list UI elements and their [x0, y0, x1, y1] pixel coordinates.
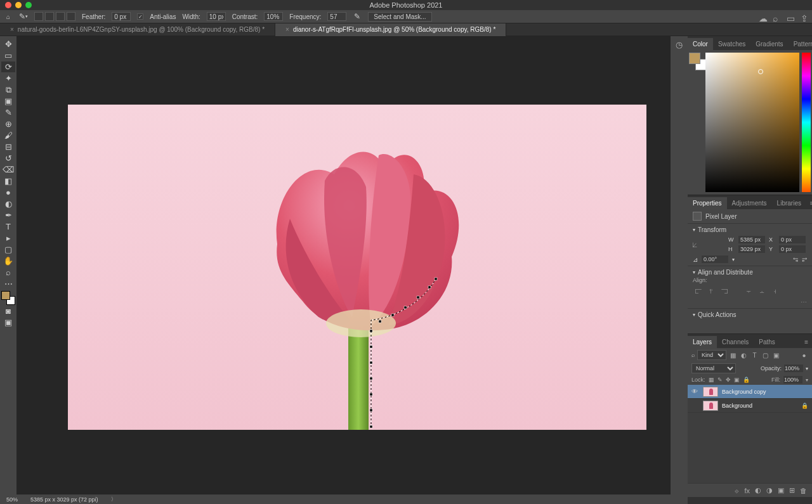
layer-fx-icon[interactable]: fx	[744, 487, 750, 494]
lock-paint-icon[interactable]: ✎	[717, 377, 723, 383]
stamp-tool-icon[interactable]: ⊟	[1, 141, 15, 152]
edit-toolbar-icon[interactable]: ⋯	[1, 278, 15, 289]
color-swatch[interactable]	[1, 291, 15, 305]
document-tab[interactable]: × natural-goods-berlin-L6NP4ZGnpSY-unspl…	[0, 23, 275, 36]
zoom-tool-icon[interactable]: ⌕	[1, 267, 15, 278]
align-right-icon[interactable]: ⫎	[719, 286, 730, 296]
document-tab[interactable]: × dianor-s-ATgfRqpFfFI-unsplash.jpg @ 50…	[275, 23, 506, 36]
lasso-tool-icon[interactable]: ⟳	[1, 61, 15, 72]
pen-pressure-icon[interactable]: ✎	[353, 12, 362, 21]
tab-color[interactable]: Color	[688, 38, 713, 50]
hand-tool-icon[interactable]: ✋	[1, 255, 15, 266]
marquee-tool-icon[interactable]: ▭	[1, 50, 15, 61]
move-tool-icon[interactable]: ✥	[1, 39, 15, 49]
tab-channels[interactable]: Channels	[717, 336, 754, 348]
blend-mode-select[interactable]: Normal	[691, 363, 736, 373]
current-tool-icon[interactable]: ✎▾	[19, 12, 28, 21]
new-layer-icon[interactable]: ⊞	[789, 486, 795, 494]
history-panel-icon[interactable]: ◷	[676, 40, 683, 497]
tab-layers[interactable]: Layers	[688, 336, 717, 348]
gradient-tool-icon[interactable]: ◧	[1, 176, 15, 186]
height-field[interactable]	[738, 245, 765, 253]
tab-libraries[interactable]: Libraries	[772, 197, 806, 209]
tab-patterns[interactable]: Patterns	[789, 38, 812, 50]
flip-h-icon[interactable]: ⥃	[793, 256, 798, 263]
filter-toggle-icon[interactable]: ●	[800, 351, 808, 359]
canvas[interactable]	[16, 36, 670, 497]
visibility-icon[interactable]: 👁	[691, 388, 699, 395]
opacity-input[interactable]	[784, 365, 803, 372]
workspace-icon[interactable]: ▭	[787, 13, 796, 22]
select-and-mask-button[interactable]: Select and Mask...	[368, 12, 431, 22]
path-select-icon[interactable]: ▸	[1, 233, 15, 243]
filter-adjust-icon[interactable]: ◐	[740, 351, 748, 359]
color-picker[interactable]	[688, 50, 812, 195]
intersect-selection-icon[interactable]	[67, 12, 75, 21]
crop-tool-icon[interactable]: ⧉	[1, 84, 15, 95]
quick-actions-title[interactable]: ▾Quick Actions	[693, 311, 807, 318]
panel-menu-icon[interactable]: ≡	[801, 336, 812, 348]
brush-tool-icon[interactable]: 🖌	[1, 130, 15, 141]
color-swatch-pair[interactable]	[688, 50, 705, 195]
more-align-icon[interactable]: ⋯	[693, 299, 807, 306]
color-marker[interactable]	[758, 69, 763, 74]
filter-shape-icon[interactable]: ▢	[761, 351, 769, 359]
align-vcenter-icon[interactable]: ⫠	[757, 286, 767, 296]
link-layers-icon[interactable]: ⟐	[735, 487, 739, 494]
filter-pixel-icon[interactable]: ▦	[729, 351, 737, 359]
link-icon[interactable]: ⟀	[693, 241, 726, 249]
delete-layer-icon[interactable]: 🗑	[800, 487, 807, 494]
lock-artboard-icon[interactable]: ▣	[734, 377, 740, 383]
close-tab-icon[interactable]: ×	[285, 26, 289, 33]
feather-input[interactable]	[112, 12, 131, 21]
foreground-color[interactable]	[1, 291, 10, 300]
layer-row[interactable]: 👁 Background copy	[688, 385, 812, 399]
rotation-field[interactable]	[702, 255, 728, 263]
screen-mode-icon[interactable]: ▣	[1, 317, 15, 328]
lock-position-icon[interactable]: ✥	[726, 377, 731, 383]
add-selection-icon[interactable]	[45, 12, 54, 21]
align-left-icon[interactable]: ⫍	[693, 286, 703, 296]
search-icon[interactable]: ⌕	[773, 13, 782, 22]
home-icon[interactable]: ⌂	[4, 12, 13, 21]
zoom-level[interactable]: 50%	[6, 496, 18, 503]
align-title[interactable]: ▾Align and Distribute	[693, 269, 807, 276]
lock-pixels-icon[interactable]: ▦	[709, 377, 714, 383]
align-top-icon[interactable]: ⫟	[743, 286, 754, 296]
heal-tool-icon[interactable]: ⊕	[1, 119, 15, 129]
tab-adjustments[interactable]: Adjustments	[727, 197, 772, 209]
layer-row[interactable]: Background 🔒	[688, 399, 812, 413]
flip-v-icon[interactable]: ⥂	[802, 256, 807, 263]
history-brush-icon[interactable]: ↺	[1, 153, 15, 164]
fill-input[interactable]	[783, 376, 802, 384]
minimize-window-button[interactable]	[15, 2, 22, 8]
tab-paths[interactable]: Paths	[754, 336, 780, 348]
eyedropper-tool-icon[interactable]: ✎	[1, 107, 15, 118]
maximize-window-button[interactable]	[25, 2, 32, 8]
shape-tool-icon[interactable]: ▢	[1, 244, 15, 255]
antialias-checkbox[interactable]: ✓	[137, 13, 143, 20]
panel-menu-icon[interactable]: ≡	[806, 197, 812, 209]
layer-thumbnail[interactable]	[703, 401, 718, 411]
hue-strip[interactable]	[802, 53, 811, 192]
subtract-selection-icon[interactable]	[56, 12, 65, 21]
pen-tool-icon[interactable]: ✒	[1, 210, 15, 221]
tab-swatches[interactable]: Swatches	[713, 38, 750, 50]
contrast-input[interactable]	[264, 12, 283, 21]
dodge-tool-icon[interactable]: ◐	[1, 198, 15, 209]
y-field[interactable]	[779, 245, 806, 253]
wand-tool-icon[interactable]: ✦	[1, 73, 15, 84]
x-field[interactable]	[779, 236, 806, 243]
close-window-button[interactable]	[5, 2, 11, 8]
eraser-tool-icon[interactable]: ⌫	[1, 164, 15, 175]
fg-swatch[interactable]	[689, 53, 700, 64]
layer-thumbnail[interactable]	[703, 387, 718, 397]
frequency-input[interactable]	[327, 12, 346, 21]
color-field[interactable]	[705, 53, 799, 192]
adjustment-layer-icon[interactable]: ◑	[766, 486, 773, 494]
new-selection-icon[interactable]	[34, 12, 43, 21]
filter-smart-icon[interactable]: ▣	[772, 351, 780, 359]
group-icon[interactable]: ▣	[778, 486, 784, 494]
type-tool-icon[interactable]: T	[1, 221, 15, 232]
width-field[interactable]	[738, 236, 765, 243]
